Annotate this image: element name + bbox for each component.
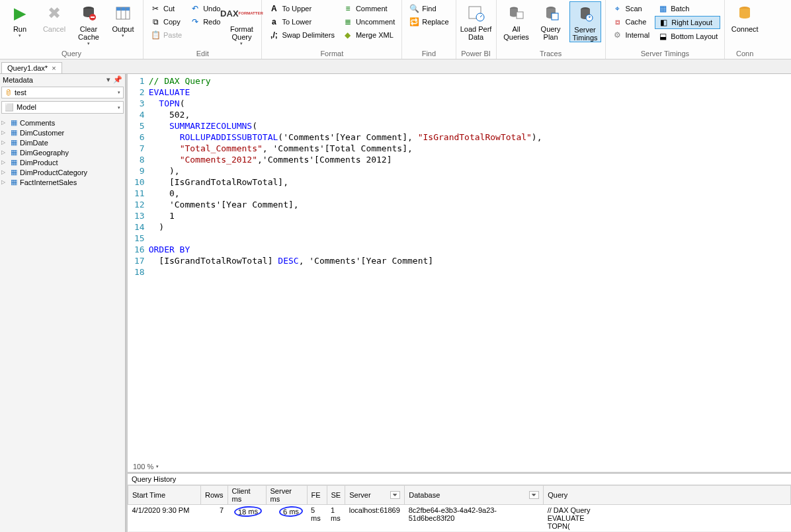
table-item[interactable]: ▷▦Comments [1,118,124,128]
plan-icon [540,3,562,24]
find-button[interactable]: 🔍Find [406,3,451,15]
find-icon: 🔍 [409,3,419,14]
scan-icon: ⌖ [612,3,623,14]
batch-icon: ▦ [657,3,668,14]
uncomment-button[interactable]: ≣Uncomment [340,16,397,28]
output-button[interactable]: Output▾ [107,1,139,38]
undo-icon: ↶ [190,3,200,14]
swap-delim-button[interactable]: ,/;Swap Delimiters [266,29,337,41]
svg-rect-3 [116,7,130,11]
model-combo[interactable]: ⬜Model▾ [1,101,124,114]
to-lower-button[interactable]: aTo Lower [266,16,337,28]
connect-icon [734,3,755,24]
clear-cache-button[interactable]: Clear Cache▾ [73,1,104,46]
comment-button[interactable]: ≡Comment [340,3,397,15]
col-se[interactable]: SE [327,486,345,505]
lower-icon: a [269,17,279,27]
svg-rect-9 [517,12,523,19]
table-icon: ▦ [11,148,17,157]
col-client[interactable]: Client ms [228,486,266,505]
table-item[interactable]: ▷▦DimDate [1,137,124,147]
client-ms-highlight: 18 ms [234,506,263,517]
expand-icon[interactable]: ▷ [1,149,8,155]
merge-icon: ◆ [343,30,353,40]
history-row[interactable]: 4/1/2020 9:30 PM 7 18 ms 6 ms 5 ms 1 ms … [128,505,791,532]
db-clear-icon [78,3,99,24]
database-combo[interactable]: 🛢test▾ [1,87,124,98]
cut-icon: ✂ [150,3,161,14]
upper-icon: A [269,3,279,14]
paste-button[interactable]: 📋Paste [147,29,185,41]
cut-button[interactable]: ✂Cut [147,3,185,15]
tables-tree: ▷▦Comments▷▦DimCustomer▷▦DimDate▷▦DimGeo… [0,115,125,532]
table-item[interactable]: ▷▦DimProduct [1,157,124,167]
replace-button[interactable]: 🔁Replace [406,16,451,28]
cache-icon: ⧈ [612,17,623,27]
db-icon: 🛢 [5,89,12,96]
perf-icon [466,3,487,24]
code-editor[interactable]: 123456789101112131415161718 // DAX Query… [128,74,791,461]
run-button[interactable]: ▶Run▾ [4,1,36,38]
table-icon: ▦ [11,128,17,137]
pin-icon[interactable]: 📌 [113,75,122,84]
copy-button[interactable]: ⧉Copy [147,16,185,28]
internal-button[interactable]: ⚙Internal [610,29,653,41]
right-layout-icon: ◧ [658,17,669,28]
table-item[interactable]: ▷▦DimGeography [1,147,124,157]
to-upper-button[interactable]: ATo Upper [266,3,337,15]
cancel-button[interactable]: ✖Cancel [38,1,70,33]
dropdown-icon[interactable]: ▾ [106,75,110,84]
bottom-layout-button[interactable]: ⬓Bottom Layout [655,30,720,42]
filter-icon[interactable]: ⏷ [529,491,539,499]
expand-icon[interactable]: ▷ [1,130,8,135]
tab-query1[interactable]: Query1.dax* × [1,62,62,73]
filter-icon[interactable]: ⏷ [390,491,400,499]
expand-icon[interactable]: ▷ [1,169,8,175]
svg-rect-11 [552,13,558,20]
cache-button[interactable]: ⧈Cache [610,16,653,28]
undo-button[interactable]: ↶Undo [187,3,223,15]
merge-xml-button[interactable]: ◆Merge XML [340,29,397,41]
col-db[interactable]: Database⏷ [405,486,544,505]
col-query[interactable]: Query [544,486,791,505]
server-timings-button[interactable]: Server Timings [569,1,601,42]
group-label: Query [4,50,139,59]
expand-icon[interactable]: ▷ [1,179,8,185]
query-plan-button[interactable]: Query Plan [535,1,567,41]
close-tab-icon[interactable]: × [52,64,56,72]
query-history-panel: Query History Start Time Rows Client ms … [128,472,791,532]
uncomment-icon: ≣ [343,17,353,27]
tab-strip: Query1.dax* × [0,59,791,74]
col-rows[interactable]: Rows [201,486,228,505]
col-start[interactable]: Start Time [128,486,201,505]
connect-button[interactable]: Connect [729,1,761,33]
metadata-title: Metadata [3,76,33,84]
play-icon: ▶ [9,3,30,24]
all-queries-button[interactable]: All Queries [501,1,532,41]
table-item[interactable]: ▷▦DimProductCategory [1,167,124,177]
redo-button[interactable]: ↷Redo [187,16,223,28]
col-server-name[interactable]: Server⏷ [345,486,405,505]
table-item[interactable]: ▷▦DimCustomer [1,128,124,137]
expand-icon[interactable]: ▷ [1,159,8,165]
copy-icon: ⧉ [150,17,161,27]
server-ms-highlight: 6 ms [279,506,304,517]
load-perf-button[interactable]: Load Perf Data [460,1,492,41]
format-query-button[interactable]: DAXFORMATTERFormat Query▾ [226,1,257,46]
col-server[interactable]: Server ms [266,486,307,505]
ribbon: ▶Run▾ ✖Cancel Clear Cache▾ Output▾ Query… [0,0,791,59]
table-icon: ▦ [11,138,17,147]
col-fe[interactable]: FE [307,486,327,505]
expand-icon[interactable]: ▷ [1,139,8,145]
zoom-indicator[interactable]: 100 % ▾ [128,461,791,472]
expand-icon[interactable]: ▷ [1,120,8,126]
table-item[interactable]: ▷▦FactInternetSales [1,177,124,187]
batch-button[interactable]: ▦Batch [655,3,720,15]
internal-icon: ⚙ [612,30,623,40]
query-history-title: Query History [128,474,791,485]
comment-icon: ≡ [343,3,353,14]
right-layout-button[interactable]: ◧Right Layout [655,16,720,29]
scan-button[interactable]: ⌖Scan [610,3,653,15]
table-icon: ▦ [11,168,17,176]
cancel-icon: ✖ [44,3,65,24]
